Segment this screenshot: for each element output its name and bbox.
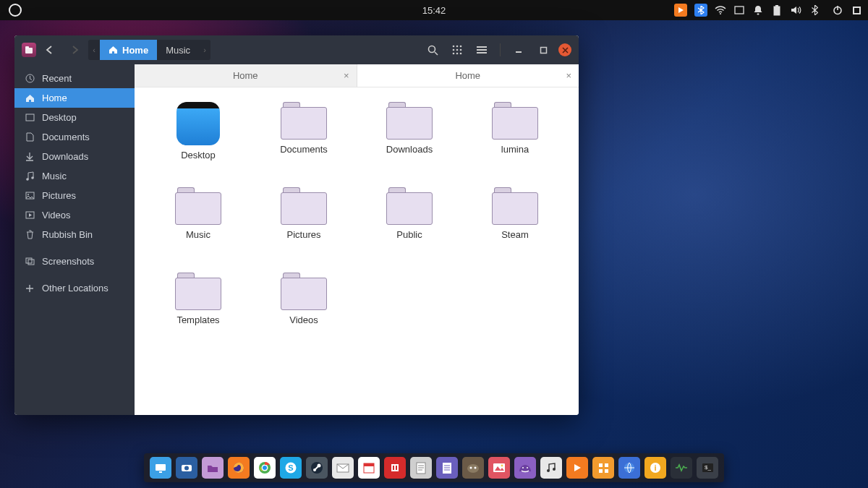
svg-marker-77 [574, 464, 581, 471]
dock-app-screenshot[interactable] [176, 457, 197, 479]
tab-close-icon[interactable]: × [566, 70, 571, 81]
file-item-pictures[interactable]: Pictures [253, 187, 354, 273]
bluetooth-icon[interactable] [809, 4, 820, 16]
dock-app-mail[interactable] [332, 457, 354, 479]
sidebar-item-downloads[interactable]: Downloads [14, 147, 135, 166]
folder-icon [175, 273, 221, 310]
file-item-lumina[interactable]: lumina [464, 102, 566, 187]
dock-app-music[interactable] [540, 457, 562, 479]
view-grid-icon[interactable] [448, 40, 467, 59]
media-play-icon[interactable] [674, 4, 687, 17]
nav-forward-button[interactable] [65, 41, 82, 59]
dock-app-skype[interactable]: S [280, 457, 302, 479]
svg-rect-39 [156, 464, 166, 471]
path-segment-home[interactable]: Home [100, 40, 157, 60]
dock-app-face[interactable] [514, 457, 536, 479]
svg-point-68 [470, 467, 472, 469]
tab-home-1[interactable]: Home × [135, 64, 357, 87]
workspace-icon[interactable] [733, 4, 745, 16]
dock-app-chrome[interactable] [254, 457, 276, 479]
file-item-label: Templates [176, 314, 219, 325]
path-segment-music[interactable]: Music [157, 40, 199, 60]
dock-app-gimp[interactable] [462, 457, 484, 479]
battery-icon[interactable] [771, 4, 783, 16]
tab-close-icon[interactable]: × [344, 70, 349, 81]
sidebar-item-videos[interactable]: Videos [14, 205, 135, 225]
file-grid[interactable]: Desktop Documents Downloads lumina Music [135, 87, 579, 415]
file-item-label: Downloads [386, 144, 433, 155]
dock-app-files[interactable] [202, 457, 224, 479]
sidebar: Recent Home Desktop Documents Downloads … [14, 64, 135, 415]
window-titlebar[interactable]: ‹ Home Music › [14, 35, 579, 64]
nav-back-button[interactable] [42, 41, 59, 59]
path-forward-icon[interactable]: › [199, 46, 210, 54]
svg-rect-55 [364, 463, 374, 466]
sidebar-item-home[interactable]: Home [14, 88, 135, 108]
sidebar-item-pictures[interactable]: Pictures [14, 186, 135, 205]
volume-icon[interactable] [790, 4, 801, 16]
top-panel: 15:42 [0, 0, 868, 20]
dock-app-albert[interactable] [384, 457, 406, 479]
window-close-button[interactable] [558, 43, 571, 56]
sidebar-item-label: Desktop [42, 112, 77, 123]
sidebar-item-desktop[interactable]: Desktop [14, 108, 135, 127]
file-item-videos[interactable]: Videos [253, 273, 354, 358]
dock-app-steam[interactable] [306, 457, 328, 479]
panel-clock[interactable]: 15:42 [422, 5, 446, 16]
file-item-desktop[interactable]: Desktop [148, 102, 249, 187]
dock-app-globe[interactable] [618, 457, 640, 479]
search-icon[interactable] [423, 40, 442, 59]
svg-point-15 [453, 46, 455, 48]
svg-rect-28 [540, 47, 546, 53]
file-item-steam[interactable]: Steam [464, 187, 566, 273]
tab-home-2[interactable]: Home × [357, 64, 579, 87]
window-maximize-button[interactable] [534, 40, 553, 59]
dock-app-info[interactable]: i [644, 457, 666, 479]
path-back-icon[interactable]: ‹ [88, 46, 100, 54]
dock-app-notes[interactable] [436, 457, 458, 479]
file-item-label: Videos [289, 314, 318, 325]
dock-app-calendar[interactable] [358, 457, 380, 479]
file-item-downloads[interactable]: Downloads [359, 102, 460, 187]
sidebar-item-rubbish-bin[interactable]: Rubbish Bin [14, 225, 135, 244]
dock-app-grid[interactable] [592, 457, 614, 479]
file-item-label: Music [186, 229, 210, 240]
hamburger-menu-icon[interactable] [472, 40, 491, 59]
sidebar-item-other-locations[interactable]: Other Locations [14, 278, 135, 298]
sidebar-item-label: Pictures [42, 190, 76, 201]
notifications-icon[interactable] [752, 4, 764, 16]
dock-app-terminal[interactable]: $_ [697, 457, 718, 479]
window-minimize-button[interactable] [509, 40, 528, 59]
dock-app-text[interactable] [410, 457, 432, 479]
dock-app-firefox[interactable] [228, 457, 250, 479]
session-menu-icon[interactable] [851, 4, 862, 16]
sidebar-item-documents[interactable]: Documents [14, 127, 135, 147]
svg-point-34 [27, 194, 29, 195]
folder-icon [281, 187, 327, 225]
sidebar-item-label: Music [42, 171, 67, 181]
folder-icon [492, 102, 538, 140]
file-item-documents[interactable]: Documents [253, 102, 354, 187]
file-item-public[interactable]: Public [359, 187, 460, 273]
svg-rect-58 [396, 466, 397, 470]
dock-app-activity[interactable] [671, 457, 692, 479]
wifi-icon[interactable] [715, 4, 726, 16]
file-item-templates[interactable]: Templates [148, 273, 249, 358]
svg-rect-12 [25, 46, 29, 48]
budgie-menu-icon[interactable] [9, 4, 22, 17]
file-item-music[interactable]: Music [148, 187, 249, 273]
power-icon[interactable] [832, 4, 843, 16]
sidebar-item-music[interactable]: Music [14, 166, 135, 186]
svg-text:i: i [654, 463, 656, 472]
bluetooth-app-icon[interactable] [694, 4, 707, 17]
sidebar-item-recent[interactable]: Recent [14, 69, 135, 88]
folder-icon [386, 102, 433, 140]
dock-app-photos[interactable] [488, 457, 510, 479]
svg-point-32 [31, 176, 34, 179]
dock-app-monitor[interactable] [150, 457, 171, 479]
dock-app-play[interactable] [566, 457, 588, 479]
svg-point-13 [428, 46, 435, 52]
svg-point-22 [456, 53, 459, 55]
svg-rect-81 [605, 469, 608, 473]
sidebar-item-screenshots[interactable]: Screenshots [14, 252, 135, 271]
